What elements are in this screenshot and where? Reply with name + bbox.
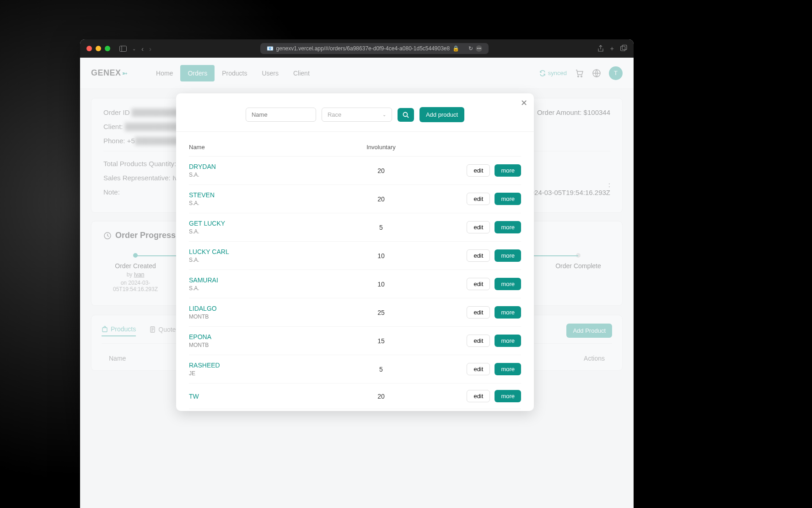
window-controls	[86, 46, 110, 51]
involuntary-value: 20	[377, 195, 385, 203]
more-button[interactable]: more	[495, 363, 521, 375]
url-text: genexv1.vercel.app/#/orders/6a98637e-d0f…	[276, 45, 450, 52]
edit-button[interactable]: edit	[467, 193, 490, 205]
product-sub: JE	[189, 370, 354, 377]
more-button[interactable]: more	[495, 164, 521, 177]
svg-rect-2	[621, 46, 625, 51]
more-icon[interactable]: •••	[476, 45, 482, 52]
product-name-link[interactable]: DRYDAN	[189, 163, 354, 170]
edit-button[interactable]: edit	[467, 306, 490, 319]
edit-button[interactable]: edit	[467, 335, 490, 347]
product-sub: MONTB	[189, 313, 354, 320]
maximize-window-button[interactable]	[105, 46, 110, 51]
product-name-link[interactable]: STEVEN	[189, 191, 354, 199]
reload-icon[interactable]: ↻	[468, 45, 473, 52]
more-button[interactable]: more	[495, 221, 521, 233]
table-row: LIDALGOMONTB25editmore	[189, 298, 521, 327]
edit-button[interactable]: edit	[467, 164, 490, 177]
search-icon	[403, 112, 409, 118]
titlebar-left-controls: ⌄ ‹ ›	[119, 45, 151, 53]
url-bar-container: 📧 genexv1.vercel.app/#/orders/6a98637e-d…	[155, 43, 594, 54]
minimize-window-button[interactable]	[96, 46, 101, 51]
table-row: STEVENS.A.20editmore	[189, 185, 521, 213]
browser-titlebar: ⌄ ‹ › 📧 genexv1.vercel.app/#/orders/6a98…	[80, 39, 634, 58]
modal-body: Name Involuntary DRYDANS.A.20editmoreSTE…	[176, 132, 534, 411]
involuntary-value: 20	[377, 167, 385, 174]
browser-window: ⌄ ‹ › 📧 genexv1.vercel.app/#/orders/6a98…	[80, 39, 634, 508]
lock-icon: 🔒	[452, 45, 459, 52]
involuntary-value: 5	[379, 224, 383, 231]
involuntary-value: 25	[377, 309, 385, 316]
search-button[interactable]	[398, 108, 414, 122]
close-icon[interactable]: ✕	[521, 98, 527, 108]
name-input[interactable]	[246, 108, 316, 122]
product-name-link[interactable]: LUCKY CARL	[189, 248, 354, 255]
product-name-link[interactable]: GET LUCKY	[189, 220, 354, 227]
involuntary-value: 20	[377, 393, 385, 400]
share-icon[interactable]	[597, 45, 604, 52]
titlebar-right-controls: +	[597, 45, 627, 52]
more-button[interactable]: more	[495, 193, 521, 205]
product-sub: S.A.	[189, 257, 354, 263]
table-row: GET LUCKYS.A.5editmore	[189, 213, 521, 242]
more-button[interactable]: more	[495, 249, 521, 262]
add-product-modal: ✕ Race ⌄ Add product Name Involuntary DR…	[176, 93, 534, 411]
add-product-modal-button[interactable]: Add product	[419, 107, 464, 122]
svg-rect-3	[622, 45, 627, 50]
new-tab-icon[interactable]: +	[610, 45, 614, 52]
edit-button[interactable]: edit	[467, 363, 490, 375]
forward-button[interactable]: ›	[149, 45, 151, 53]
table-row: TW20editmore	[189, 384, 521, 409]
product-name-link[interactable]: TW	[189, 393, 354, 400]
more-button[interactable]: more	[495, 390, 521, 402]
table-row: SAMURAIS.A.10editmore	[189, 270, 521, 298]
url-bar[interactable]: 📧 genexv1.vercel.app/#/orders/6a98637e-d…	[260, 43, 489, 54]
more-button[interactable]: more	[495, 278, 521, 290]
product-name-link[interactable]: RASHEED	[189, 362, 354, 369]
product-name-link[interactable]: SAMURAI	[189, 276, 354, 284]
product-sub: S.A.	[189, 200, 354, 206]
table-row: RASHEEDJE5editmore	[189, 355, 521, 384]
tabs-icon[interactable]	[620, 45, 627, 52]
site-icon: 📧	[267, 45, 274, 52]
product-name-link[interactable]: LIDALGO	[189, 305, 354, 312]
race-select[interactable]: Race ⌄	[322, 108, 392, 122]
involuntary-value: 10	[377, 252, 385, 259]
table-row: EPONAMONTB15editmore	[189, 327, 521, 355]
product-sub: MONTB	[189, 342, 354, 348]
sidebar-icon[interactable]	[119, 46, 127, 52]
close-window-button[interactable]	[86, 46, 92, 51]
svg-point-11	[403, 112, 407, 116]
svg-rect-0	[120, 46, 127, 51]
product-sub: S.A.	[189, 285, 354, 292]
table-row: DRYDANS.A.20editmore	[189, 157, 521, 185]
product-name-link[interactable]: EPONA	[189, 333, 354, 340]
more-button[interactable]: more	[495, 306, 521, 319]
modal-table-header: Name Involuntary	[189, 138, 521, 157]
back-button[interactable]: ‹	[141, 45, 144, 53]
involuntary-value: 15	[377, 337, 385, 345]
edit-button[interactable]: edit	[467, 390, 490, 402]
chevron-down-icon[interactable]: ⌄	[132, 46, 136, 51]
involuntary-value: 5	[379, 366, 383, 373]
product-sub: S.A.	[189, 172, 354, 178]
product-sub: S.A.	[189, 228, 354, 235]
more-button[interactable]: more	[495, 335, 521, 347]
edit-button[interactable]: edit	[467, 221, 490, 233]
involuntary-value: 10	[377, 281, 385, 288]
table-row: LUCKY CARLS.A.10editmore	[189, 242, 521, 270]
edit-button[interactable]: edit	[467, 278, 490, 290]
modal-header: Race ⌄ Add product	[176, 93, 534, 132]
edit-button[interactable]: edit	[467, 249, 490, 262]
chevron-down-icon: ⌄	[382, 112, 386, 117]
